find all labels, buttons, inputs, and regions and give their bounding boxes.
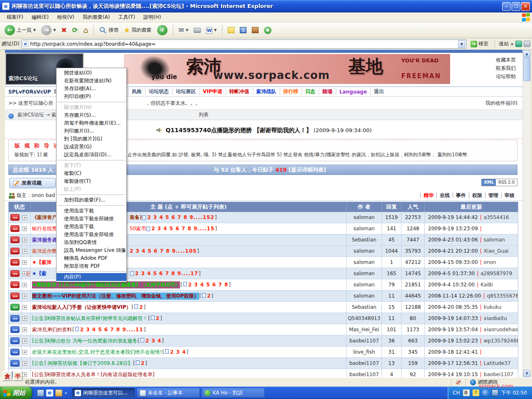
topic-author[interactable]: saloman (354, 293, 375, 299)
topic-title-link[interactable]: [公告] 闲聊茶坊版规【修订于2009.8.28日】 (32, 360, 133, 367)
last-updater[interactable]: a289587979 (480, 271, 512, 276)
forward-button[interactable]: → ▼ (39, 24, 58, 36)
page-number-links[interactable]: 2 3 4 5 6 7 8 9....15 (151, 226, 214, 232)
topic-author[interactable]: Sebastian (352, 237, 376, 243)
ie-launch-icon[interactable] (46, 389, 53, 397)
admin-link[interactable]: 在线 (436, 192, 453, 198)
last-updater[interactable]: onon (484, 259, 496, 265)
last-updater[interactable]: xiaobaitu (484, 315, 507, 321)
expand-topic-button[interactable]: + (22, 305, 27, 310)
announcement-text[interactable]: Q1145953740点播隐形的翅膀 【谢谢帮助我的人！】 (165, 127, 312, 133)
translate-button[interactable]: 文 (238, 26, 249, 34)
notes-button[interactable] (226, 26, 236, 34)
topic-title-link[interactable]: 《索沛丧尸 (32, 214, 57, 221)
context-menu-item[interactable]: 複製(C) (57, 170, 126, 177)
close-button[interactable]: ✕ (521, 2, 530, 11)
expand-topic-button[interactable]: + (22, 372, 27, 377)
topic-title-link[interactable]: [公告]闲聊茶坊发帖认真光荣榜!附带常见问题解答！ (32, 315, 148, 322)
context-menu-item[interactable]: 加到我的最愛(F)... (57, 196, 126, 204)
nav-item[interactable]: 论坛状态 (145, 88, 172, 95)
context-menu-item[interactable]: 設成背景(G) (57, 143, 126, 151)
header-link[interactable]: 联系我们 (496, 64, 516, 72)
nav-item[interactable]: 排行榜 (280, 88, 302, 95)
context-menu-item[interactable]: 列印圖片(I)... (57, 127, 126, 135)
topic-title-link[interactable]: [公告]闲聊茶坊灌水人员名单！[内有请示超版处理名单] (32, 371, 155, 378)
nav-item[interactable]: 论坛展区 (172, 88, 199, 95)
address-input[interactable]: e http://sorpack.com/index.asp?boardid=4… (21, 39, 467, 49)
vertical-scrollbar[interactable]: ▲ ▼ (522, 50, 530, 377)
show-detail-link[interactable]: [显示详细列表] (287, 167, 326, 173)
expand-topic-button[interactable]: + (22, 350, 27, 355)
history-button[interactable]: ↺ (155, 24, 170, 36)
taskbar-task[interactable]: KA Ho - 對話 (202, 388, 265, 398)
address-dropdown-icon[interactable]: ▼ (458, 40, 465, 48)
topic-title-link[interactable]: 图文教程——VIP的使用方法（注册、修改密码、增加金钱、使用OP权限） (32, 293, 199, 300)
expand-topic-button[interactable]: + (22, 271, 27, 276)
context-menu-item[interactable]: 使用迅雷下載 (57, 207, 126, 215)
scroll-down-button[interactable]: ▼ (523, 370, 530, 377)
topic-title-link[interactable]: [公告]闲聊点歌台 为每一位热爱索沛的朋友服务 (32, 337, 137, 345)
back-button[interactable]: ← 上一頁 ▼ (2, 24, 38, 36)
header-link[interactable]: 收藏本页 (496, 56, 516, 64)
last-updater[interactable]: q853355676 (487, 293, 518, 299)
clock[interactable]: 下午 02:50 (501, 389, 527, 397)
last-updater[interactable]: xiaoruodehao (484, 327, 518, 332)
topic-author[interactable]: Mas_Hei_Fei (349, 327, 379, 332)
taskbar-task[interactable]: 闲聊茶坊这里可以... (72, 388, 135, 398)
page-number-links[interactable]: 2 3 4 (170, 349, 186, 355)
topic-title-link[interactable]: 索沛服务器 (32, 236, 57, 244)
topic-author[interactable]: saloman (354, 271, 375, 276)
back-dropdown-icon[interactable]: ▼ (33, 28, 36, 32)
context-menu-item[interactable]: 使用迅雷下載全部鏈接 (57, 215, 126, 223)
stop-button[interactable]: ✖ (59, 26, 69, 34)
menu-item[interactable]: 檔案(F) (2, 12, 27, 22)
tray-collapse-icon[interactable]: ‹ (482, 389, 489, 396)
admin-link[interactable]: 权限 (469, 192, 485, 198)
links-label[interactable]: 連結 (499, 40, 509, 47)
forum-banner-image[interactable]: 索沛 基地 www.sorpack.com YOU'R DEAD you die… (124, 54, 450, 84)
topic-title-link[interactable]: ★【索沛 (32, 259, 52, 266)
menu-item[interactable]: 我的最愛(A) (79, 12, 114, 22)
nav-item[interactable]: 风格 (128, 88, 145, 95)
ime-tray-icon[interactable]: 倉 (463, 389, 470, 396)
nav-item[interactable]: 賭場 (319, 88, 336, 95)
expand-topic-button[interactable]: + (22, 260, 27, 265)
maximize-button[interactable]: ❐ (512, 2, 520, 11)
last-updater[interactable]: kukuku (484, 304, 502, 310)
mail-button[interactable]: ✉▼ (177, 26, 191, 34)
expand-topic-button[interactable]: + (22, 215, 27, 220)
addon-icon[interactable] (524, 41, 530, 47)
topic-title-link[interactable]: 索沛反作弊 (32, 248, 57, 255)
context-menu-item[interactable]: 附加至現有 PDF (57, 262, 126, 270)
last-updater[interactable]: baobei1107 (484, 372, 513, 377)
last-updater[interactable]: Latitude37 (484, 360, 511, 366)
taskbar-task[interactable]: 未命名 - 記事本 (137, 388, 200, 398)
last-updater[interactable]: saloman (484, 237, 505, 243)
research-button[interactable] (250, 26, 261, 34)
expand-topic-button[interactable]: + (22, 316, 27, 321)
nav-brand[interactable]: SPLvFORsVcUP (5, 89, 51, 95)
context-menu-item[interactable]: 另存圖片(S)... (57, 111, 126, 119)
menu-item[interactable]: 說明(H) (139, 12, 165, 22)
language-indicator[interactable]: CH (453, 390, 460, 396)
topic-title-link[interactable]: 索沛兄弟们的资料 (32, 326, 72, 333)
page-number-links[interactable]: 2 (156, 315, 160, 321)
rss-badge[interactable]: XML RSS 2.0 (481, 179, 517, 186)
home-button[interactable]: ⌂ (81, 25, 90, 35)
page-number-links[interactable]: 2 3 4 5 6 7 8 9....152 (147, 214, 214, 220)
topic-author[interactable]: Q540348913 (348, 315, 380, 321)
context-menu-item[interactable]: 另存目標(A)... (57, 85, 126, 93)
topic-author[interactable]: baobei1107 (349, 338, 379, 344)
minimize-button[interactable]: – (502, 2, 511, 11)
search-button[interactable]: 搜尋 (97, 26, 121, 35)
last-updater[interactable]: a3554416 (484, 214, 509, 220)
nav-item[interactable]: Language (336, 89, 370, 95)
launch-icon[interactable] (55, 389, 62, 397)
expand-topic-button[interactable]: + (22, 227, 27, 231)
expand-topic-button[interactable]: + (22, 361, 27, 366)
topic-author[interactable]: baobei1107 (349, 360, 379, 366)
admin-link[interactable]: 精华 (420, 192, 436, 198)
menu-item[interactable]: 工具(T) (114, 12, 139, 22)
topic-author[interactable]: love_fish (353, 349, 375, 355)
expand-topic-button[interactable]: + (22, 294, 27, 298)
